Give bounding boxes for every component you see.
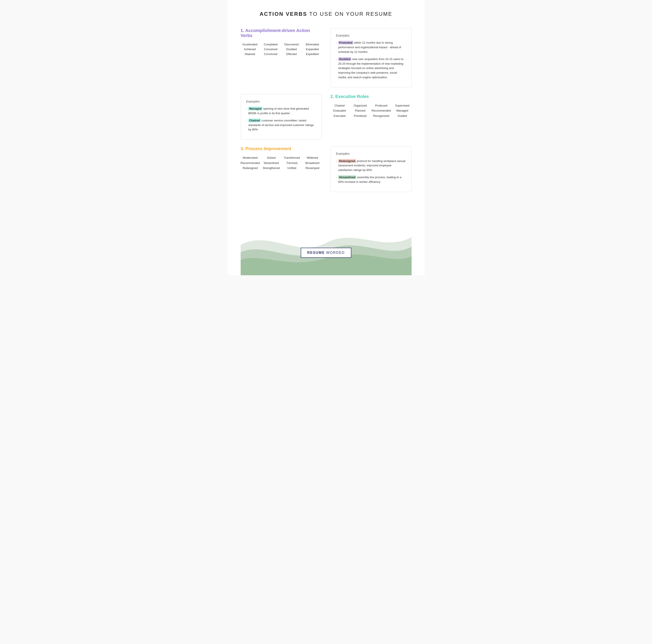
- section1-wordlist: Accelerated Achieved Attained Completed …: [241, 42, 322, 57]
- section-accomplishment: 1. Accomplishment-driven Action Verbs Ac…: [241, 28, 322, 87]
- highlight-streamlined: Streamlined: [338, 176, 356, 179]
- exec-col-1: Chaired Evaluated Executed: [330, 103, 349, 118]
- example-item-1b: Doubled new user acquisition from 10-15 …: [336, 57, 406, 80]
- example-label-2: Examples:: [246, 99, 316, 104]
- section2-title: 2. Executive Roles: [330, 94, 412, 99]
- highlight-chaired: Chaired: [248, 118, 261, 122]
- main-grid: 1. Accomplishment-driven Action Verbs Ac…: [241, 28, 412, 192]
- exec-col-3: Produced Recommended Reorganized: [372, 103, 391, 118]
- process-col-4: Widened Broadened Revamped: [303, 155, 322, 170]
- process-col-3: Transformed Trimmed Unified: [283, 155, 301, 170]
- example-item-3a: Redesigned protocol for handling workpla…: [336, 159, 406, 172]
- wave-svg: [241, 211, 412, 275]
- page-container: ACTION VERBS TO USE ON YOUR RESUME 1. Ac…: [227, 0, 425, 275]
- section-process: 3. Process Improvement Modernised Recomm…: [241, 146, 322, 192]
- footer-logo: RESUME WORDED: [301, 248, 352, 258]
- example-label-1: Examples:: [336, 33, 406, 38]
- page-title: ACTION VERBS TO USE ON YOUR RESUME: [241, 11, 412, 17]
- section2-example-box: Examples: Managed opening of new store t…: [241, 94, 322, 140]
- wordlist-col-1: Accelerated Achieved Attained: [241, 42, 259, 57]
- example-item-2a: Managed opening of new store that genera…: [246, 107, 316, 116]
- process-col-2: Solved Streamlined Strengthened: [262, 155, 280, 170]
- highlight-redesigned: Redesigned: [338, 159, 356, 163]
- example-item-3b: Streamlined assembly line process, leadi…: [336, 175, 406, 184]
- example-box-1: Examples: Promoted within 12 months due …: [330, 28, 412, 87]
- wave-background: RESUME WORDED: [241, 201, 412, 275]
- section3-example-box: Examples: Redesigned protocol for handli…: [330, 146, 412, 192]
- wordlist-col-2: Completed Conceived Convinced: [262, 42, 280, 57]
- example-box-2: Examples: Managed opening of new store t…: [241, 94, 322, 140]
- section2-wordlist: Chaired Evaluated Executed Organized Pla…: [330, 103, 412, 118]
- section3-title: 3. Process Improvement: [241, 146, 322, 151]
- wordlist-col-3: Discovered Doubled Effected: [282, 42, 301, 57]
- section3-wordlist: Modernised Recommended Redesigned Solved…: [241, 155, 322, 170]
- process-col-1: Modernised Recommended Redesigned: [241, 155, 260, 170]
- section1-example-box: Examples: Promoted within 12 months due …: [330, 28, 412, 87]
- highlight-promoted: Promoted: [338, 41, 353, 45]
- highlight-managed: Managed: [248, 107, 262, 110]
- section-executive: 2. Executive Roles Chaired Evaluated Exe…: [330, 94, 412, 140]
- highlight-doubled: Doubled: [338, 57, 351, 61]
- example-item-1a: Promoted within 12 months due to strong …: [336, 41, 406, 54]
- exec-col-4: Supervised Managed Guided: [393, 103, 412, 118]
- example-label-3: Examples:: [336, 151, 406, 156]
- exec-col-2: Organized Planned Prioritized: [351, 103, 369, 118]
- example-box-3: Examples: Redesigned protocol for handli…: [330, 146, 412, 192]
- example-item-2b: Chaired customer service committee; rais…: [246, 118, 316, 132]
- section1-title: 1. Accomplishment-driven Action Verbs: [241, 28, 322, 38]
- wordlist-col-4: Eliminated Expanded Expedited: [303, 42, 322, 57]
